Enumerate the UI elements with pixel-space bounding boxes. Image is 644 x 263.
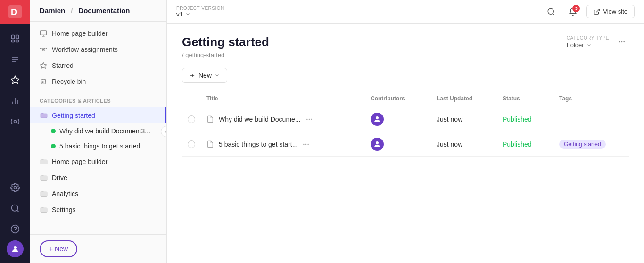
- svg-marker-9: [11, 76, 19, 84]
- contributor-avatar-icon: [373, 115, 381, 123]
- sidebar-label-starred: Starred: [52, 62, 74, 69]
- ellipsis-icon: [618, 38, 626, 46]
- sidebar-item-workflow-assignments[interactable]: Workflow assignments: [30, 41, 166, 58]
- breadcrumb-user: Damien: [40, 7, 65, 15]
- row-checkbox-cell-2[interactable]: [182, 132, 201, 157]
- app-logo[interactable]: D: [0, 0, 30, 24]
- svg-point-42: [305, 144, 307, 145]
- topbar-left: PROJECT VERSION v1: [176, 6, 224, 18]
- sidebar-tree: Getting started Why did we build Documen…: [30, 106, 166, 234]
- svg-rect-20: [40, 31, 46, 35]
- svg-point-34: [623, 41, 625, 43]
- nav-icon-list[interactable]: [6, 50, 25, 69]
- sidebar-section-label: CATEGORIES & ARTICLES: [30, 93, 166, 106]
- nav-icon-chart[interactable]: [6, 91, 25, 110]
- icon-bar: D: [0, 0, 30, 263]
- view-site-label: View site: [603, 8, 627, 15]
- col-last-updated: Last updated: [431, 90, 497, 107]
- category-type-selector[interactable]: Folder: [567, 41, 609, 49]
- sidebar-tree-label-analytics: Analytics: [52, 190, 78, 197]
- help-icon[interactable]: [6, 220, 25, 238]
- table-row[interactable]: Why did we build Docume... Just now: [182, 107, 629, 132]
- row-title-cell: Why did we build Docume...: [201, 107, 365, 132]
- status-dot-green: [51, 129, 56, 133]
- sidebar-tree-home-page-builder[interactable]: Home page builder: [30, 154, 166, 170]
- sidebar-bottom: + New: [30, 234, 166, 263]
- notifications-button[interactable]: 3: [565, 4, 581, 20]
- svg-point-19: [14, 246, 17, 249]
- status-value-2: Published: [503, 140, 532, 148]
- topbar-right: 3 View site: [543, 4, 635, 20]
- icon-bar-nav: [6, 24, 25, 178]
- sidebar-label-recycle-bin: Recycle bin: [52, 78, 86, 85]
- nav-icon-books[interactable]: [6, 29, 25, 48]
- contributor-avatar-2: [371, 138, 384, 151]
- page-title: Getting started: [182, 35, 269, 49]
- search-icon: [547, 8, 555, 16]
- folder-icon-3: [40, 173, 48, 182]
- col-checkbox: [182, 90, 201, 107]
- svg-rect-4: [12, 40, 15, 42]
- nav-icon-star[interactable]: [6, 71, 25, 90]
- sidebar-item-recycle-bin[interactable]: Recycle bin: [30, 74, 166, 90]
- settings-icon[interactable]: [6, 178, 25, 197]
- sidebar-tree-getting-started[interactable]: Getting started: [30, 107, 166, 123]
- row-checkbox-cell[interactable]: [182, 107, 201, 132]
- topbar: PROJECT VERSION v1 3 View site: [167, 0, 644, 24]
- sidebar-new-label: + New: [49, 245, 68, 253]
- article-title-2: 5 basic things to get start...: [219, 140, 297, 148]
- svg-rect-23: [40, 48, 42, 49]
- svg-point-32: [619, 41, 620, 43]
- trash-icon: [40, 78, 47, 85]
- row-ellipsis-icon-2[interactable]: [302, 140, 310, 148]
- svg-point-29: [548, 8, 553, 14]
- row-checkbox[interactable]: [188, 115, 195, 123]
- more-options-button[interactable]: [615, 35, 629, 49]
- sidebar-tree-analytics[interactable]: Analytics: [30, 186, 166, 202]
- col-tags: Tags: [553, 90, 629, 107]
- svg-text:D: D: [11, 8, 17, 17]
- sidebar-tree-settings[interactable]: Settings: [30, 202, 166, 218]
- view-site-button[interactable]: View site: [586, 5, 635, 18]
- sidebar-label-home-page-builder: Home page builder: [52, 30, 107, 37]
- new-label: New: [198, 72, 212, 79]
- sidebar-new-button[interactable]: + New: [40, 240, 77, 257]
- doc-icon: [206, 115, 214, 123]
- row-contributor-cell: [365, 107, 431, 132]
- category-type-label: CATEGORY TYPE: [567, 35, 609, 41]
- sidebar-tree-label-basic-things: 5 basic things to get started: [59, 142, 140, 150]
- page-title-section: Getting started / getting-started: [182, 35, 269, 58]
- col-contributors: Contributors: [365, 90, 431, 107]
- row-actions[interactable]: [305, 115, 313, 123]
- nav-icon-tools[interactable]: [6, 112, 25, 131]
- sidebar-tree-drive[interactable]: Drive: [30, 170, 166, 186]
- sidebar-item-home-page-builder[interactable]: Home page builder: [30, 25, 166, 41]
- category-type-info: CATEGORY TYPE Folder: [567, 35, 609, 49]
- search-button[interactable]: [543, 4, 559, 20]
- svg-point-40: [376, 116, 379, 119]
- sidebar: Damien / Documentation Home page builder…: [30, 0, 167, 263]
- user-avatar[interactable]: [7, 240, 24, 257]
- table-body: Why did we build Docume... Just now: [182, 107, 629, 157]
- sidebar-item-starred[interactable]: Starred: [30, 58, 166, 74]
- article-title-container: Why did we build Docume...: [206, 115, 359, 123]
- project-version: PROJECT VERSION v1: [176, 6, 224, 18]
- sidebar-header: Damien / Documentation: [30, 0, 166, 22]
- row-tags-cell-2: Getting started: [553, 132, 629, 157]
- row-actions-2[interactable]: [302, 140, 310, 148]
- sidebar-tree-why-did-we-build[interactable]: Why did we build Document3...: [30, 123, 166, 139]
- new-article-button[interactable]: New: [182, 68, 227, 83]
- sidebar-tree-basic-things[interactable]: 5 basic things to get started: [30, 139, 166, 154]
- row-checkbox-2[interactable]: [188, 140, 195, 148]
- search-icon-bottom[interactable]: [6, 199, 25, 218]
- svg-point-44: [376, 141, 379, 144]
- row-ellipsis-icon[interactable]: [305, 115, 313, 123]
- sidebar-tree-label-why-did-we-build: Why did we build Document3...: [59, 127, 150, 135]
- breadcrumb-separator: /: [71, 7, 73, 15]
- project-version-value: v1: [176, 11, 183, 18]
- sidebar-tree-label-getting-started: Getting started: [52, 112, 95, 119]
- status-dot-green-2: [51, 144, 56, 148]
- table-row[interactable]: 5 basic things to get start... Just now: [182, 132, 629, 157]
- last-updated-value: Just now: [437, 115, 462, 123]
- project-version-selector[interactable]: v1: [176, 11, 224, 18]
